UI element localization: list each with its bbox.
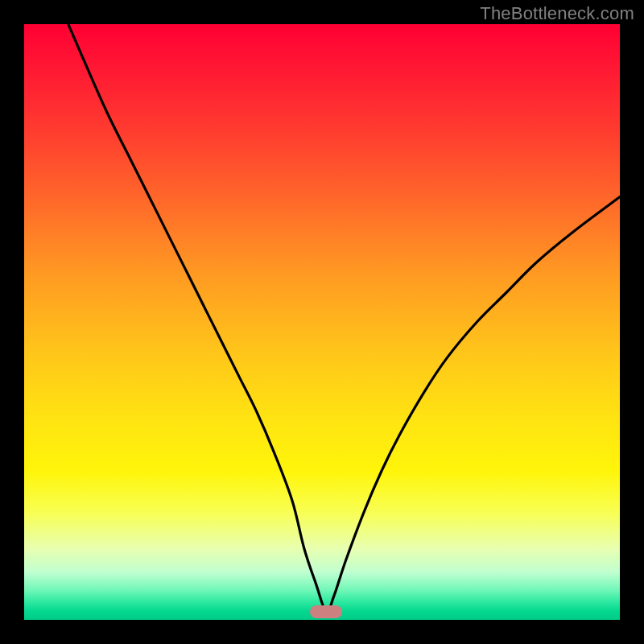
plot-area (24, 24, 620, 620)
bottleneck-curve (24, 24, 620, 620)
chart-frame: TheBottleneck.com (0, 0, 644, 644)
optimum-marker (310, 605, 342, 618)
watermark-text: TheBottleneck.com (480, 3, 634, 24)
